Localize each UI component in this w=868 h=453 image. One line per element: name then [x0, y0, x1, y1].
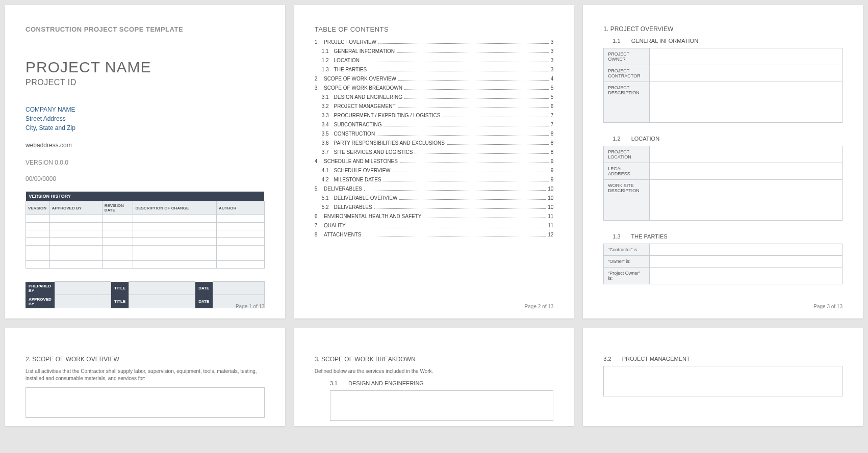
toc-dots [442, 117, 548, 117]
web-address: webaddress.com [25, 142, 265, 149]
project-management-box[interactable] [603, 366, 843, 396]
toc-num: 3.2 [322, 103, 329, 109]
toc-label: ENVIRONMENTAL HEALTH AND SAFETY [324, 214, 422, 219]
val-owner[interactable] [650, 256, 843, 268]
toc-entry[interactable]: 1.2LOCATION3 [315, 58, 554, 63]
subsec-label: GENERAL INFORMATION [631, 38, 698, 44]
toc-entry[interactable]: 5.1DELIVERABLE OVERVIEW10 [315, 195, 554, 201]
toc-dots [374, 208, 546, 209]
document-page-5: 3. SCOPE OF WORK BREAKDOWN Defined below… [294, 328, 574, 426]
company-name: COMPANY NAME [25, 105, 265, 114]
scope-overview-box[interactable] [25, 387, 265, 418]
toc-num: 4.2 [322, 177, 329, 182]
toc-page: 7 [551, 122, 554, 127]
toc-dots [364, 190, 546, 191]
toc-label: PROCUREMENT / EXPEDITING / LOGISTICS [334, 113, 441, 118]
toc-num: 8. [315, 232, 319, 237]
toc-entry[interactable]: 6.ENVIRONMENTAL HEALTH AND SAFETY11 [315, 214, 554, 219]
subsec-label: DESIGN AND ENGINEERING [348, 380, 424, 386]
toc-page: 9 [551, 168, 554, 173]
toc-page: 8 [551, 140, 554, 146]
toc-entry[interactable]: 3.7SITE SERVICES AND LOGISTICS8 [315, 149, 554, 155]
toc-entry[interactable]: 4.2MILESTONE DATES9 [315, 177, 554, 182]
document-page-1: CONSTRUCTION PROJECT SCOPE TEMPLATE PROJ… [5, 5, 285, 318]
toc-label: SITE SERVICES AND LOGISTICS [334, 149, 413, 155]
key-project-owner: PROJECT OWNER [604, 48, 650, 65]
document-page-2: TABLE OF CONTENTS 1.PROJECT OVERVIEW31.1… [294, 5, 574, 318]
toc-entry[interactable]: 8.ATTACHMENTS12 [315, 232, 554, 237]
subsection-1-3: 1.3 THE PARTIES [612, 233, 843, 239]
toc-entry[interactable]: 2.SCOPE OF WORK OVERVIEW4 [315, 76, 554, 82]
toc-page: 3 [551, 58, 554, 63]
toc-num: 1.3 [322, 67, 329, 72]
toc-label: PROJECT MANAGEMENT [334, 103, 396, 109]
document-page-3: 1. PROJECT OVERVIEW 1.1 GENERAL INFORMAT… [583, 5, 863, 318]
val-legal-address[interactable] [650, 163, 843, 180]
toc-entry[interactable]: 3.3PROCUREMENT / EXPEDITING / LOGISTICS7 [315, 113, 554, 118]
toc-dots [399, 199, 546, 200]
table-row [26, 215, 265, 223]
key-contractor: “Contractor” is: [604, 244, 650, 256]
toc-entry[interactable]: 5.DELIVERABLES10 [315, 186, 554, 192]
prepared-by-label: PREPARED BY [25, 282, 55, 295]
toc-dots [377, 135, 549, 136]
toc-entry[interactable]: 3.2PROJECT MANAGEMENT6 [315, 103, 554, 109]
val-worksite-description[interactable] [650, 180, 843, 221]
toc-label: DELIVERABLES [334, 204, 372, 210]
subsec-label: THE PARTIES [631, 233, 667, 239]
design-engineering-box[interactable] [330, 390, 554, 421]
toc-label: GENERAL INFORMATION [334, 48, 395, 54]
toc-entry[interactable]: 1.3THE PARTIES3 [315, 67, 554, 72]
toc-entry[interactable]: 3.6PARTY RESPONSIBILITIES AND EXCLUSIONS… [315, 140, 554, 146]
subsection-1-2: 1.2 LOCATION [612, 136, 843, 142]
val-project-owner-party[interactable] [650, 268, 843, 284]
project-name: PROJECT NAME [25, 59, 265, 76]
toc-page: 3 [551, 39, 554, 45]
toc-dots [378, 43, 549, 44]
toc-num: 3.5 [322, 131, 329, 137]
val-project-description[interactable] [650, 82, 843, 123]
toc-entry[interactable]: 3.1DESIGN AND ENGINEERING5 [315, 94, 554, 100]
toc-entry[interactable]: 1.1GENERAL INFORMATION3 [315, 48, 554, 54]
document-page-6: 3.2 PROJECT MANAGEMENT [583, 328, 863, 426]
toc-label: LOCATION [334, 58, 360, 63]
toc-title: TABLE OF CONTENTS [315, 25, 554, 33]
table-row [26, 238, 265, 246]
toc-dots [404, 89, 549, 90]
table-row [26, 246, 265, 253]
val-contractor[interactable] [650, 244, 843, 256]
toc-label: SCOPE OF WORK OVERVIEW [324, 76, 396, 82]
toc-entry[interactable]: 7.QUALITY11 [315, 223, 554, 228]
toc-entry[interactable]: 5.2DELIVERABLES10 [315, 204, 554, 210]
version-history-table: VERSION HISTORY VERSION APPROVED BY REVI… [25, 192, 265, 269]
table-row [26, 253, 265, 261]
key-legal-address: LEGAL ADDRESS [604, 163, 650, 180]
toc-entry[interactable]: 3.4SUBCONTRACTING7 [315, 122, 554, 127]
key-project-owner-party: “Project Owner” is: [604, 268, 650, 284]
title-field-1[interactable] [129, 282, 195, 295]
val-project-location[interactable] [650, 146, 843, 163]
toc-dots [348, 227, 546, 227]
toc-num: 6. [315, 214, 319, 219]
toc-num: 4.1 [322, 168, 329, 173]
prepared-by-field[interactable] [55, 282, 111, 295]
toc-entry[interactable]: 1.PROJECT OVERVIEW3 [315, 39, 554, 45]
approved-by-field[interactable] [55, 295, 111, 308]
toc-num: 1.1 [322, 48, 329, 54]
section-2-header: 2. SCOPE OF WORK OVERVIEW [25, 356, 265, 363]
toc-page: 11 [548, 223, 553, 228]
toc-dots [384, 126, 548, 126]
toc-entry[interactable]: 3.5CONSTRUCTION8 [315, 131, 554, 137]
toc-entry[interactable]: 4.SCHEDULE AND MILESTONES9 [315, 158, 554, 164]
val-project-owner[interactable] [650, 48, 843, 65]
date-field-1[interactable] [213, 282, 265, 295]
toc-page: 10 [548, 186, 553, 192]
val-project-contractor[interactable] [650, 65, 843, 82]
title-field-2[interactable] [129, 295, 195, 308]
subsec-label: LOCATION [631, 136, 659, 142]
table-row [26, 230, 265, 238]
toc-page: 3 [551, 48, 554, 54]
page-number: Page 3 of 13 [813, 304, 843, 309]
toc-entry[interactable]: 4.1SCHEDULE OVERVIEW9 [315, 168, 554, 173]
toc-entry[interactable]: 3.SCOPE OF WORK BREAKDOWN5 [315, 85, 554, 91]
